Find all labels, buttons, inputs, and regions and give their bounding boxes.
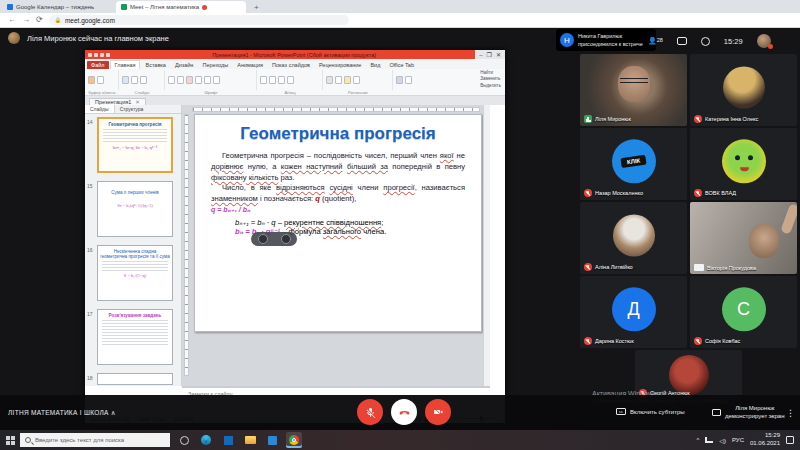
tile-alina[interactable]: Аліна Литвійко <box>580 202 687 274</box>
photos-icon[interactable] <box>264 432 280 448</box>
cortana-icon[interactable] <box>176 432 192 448</box>
drawing-group[interactable] <box>323 70 393 90</box>
paragraph-2: Число, в яке відрізняються сусідні члени… <box>211 183 465 205</box>
store-icon[interactable] <box>220 432 236 448</box>
participant-name: Софія Ковбас <box>705 338 740 344</box>
logo-text: КЛІК <box>620 155 646 168</box>
tile-lilia-mironyuk[interactable]: Ліля Миронюк <box>580 54 687 126</box>
chrome-icon[interactable] <box>286 432 302 448</box>
raised-arm <box>780 203 797 235</box>
tile-vovk[interactable]: ВОВК ВЛАД <box>690 128 797 200</box>
tile-sofia[interactable]: С Софія Ковбас <box>690 276 797 348</box>
document-tab[interactable]: Презентация1 ✕ <box>89 98 146 105</box>
close-button[interactable]: ✕ <box>496 51 501 58</box>
taskbar-search[interactable]: Введите здесь текст для поиска <box>20 433 170 447</box>
search-icon <box>25 437 31 443</box>
clipboard-group[interactable] <box>85 70 119 90</box>
styles-group[interactable] <box>393 70 453 90</box>
face <box>749 224 779 258</box>
paragraph-group[interactable] <box>257 70 323 90</box>
camera-off-icon <box>432 406 444 418</box>
chat-icon[interactable] <box>677 37 687 45</box>
ribbon-tab-view[interactable]: Вид <box>366 61 384 69</box>
mic-toggle-button[interactable] <box>357 399 383 425</box>
tab-label: Meet – Літня математика <box>130 4 199 10</box>
meet-bottom-bar: ЛІТНЯ МАТЕМАТИКА І ШКОЛА ∧ cc Включить с… <box>0 395 800 430</box>
reload-icon[interactable]: ⟳ <box>36 16 43 24</box>
hangup-button[interactable] <box>391 399 417 425</box>
slides-group[interactable] <box>119 70 165 90</box>
minimize-button[interactable]: – <box>479 52 482 58</box>
url-text: meet.google.com <box>65 17 115 24</box>
mic-off-icon <box>365 407 376 418</box>
tab-outline[interactable]: Структура <box>115 105 149 113</box>
back-icon[interactable]: ← <box>8 16 16 24</box>
tile-daryna[interactable]: Д Дарина Костюк <box>580 276 687 348</box>
tile-katerina[interactable]: Катерина Інна Олекс <box>690 54 797 126</box>
thumbnail-slide-15[interactable]: Сума n перших членів Sₙ = b₁(qⁿ−1)/(q−1) <box>97 181 173 237</box>
mic-off-badge <box>694 337 702 345</box>
address-bar[interactable]: 🔒 meet.google.com <box>49 15 349 25</box>
new-tab-button[interactable]: + <box>254 3 259 12</box>
camera-toggle-button[interactable] <box>425 399 451 425</box>
ribbon-tab-officetab[interactable]: Office Tab <box>385 61 418 69</box>
explorer-icon[interactable] <box>242 432 258 448</box>
ribbon-tab-home[interactable]: Главная <box>110 60 141 69</box>
account-avatar[interactable] <box>757 34 771 48</box>
vertical-ruler <box>184 114 189 376</box>
more-options-button[interactable]: ⋮ <box>786 408 795 418</box>
presenting-status: Ліля Миронюкдемонстрирует экран <box>712 404 784 421</box>
tile-nazar[interactable]: КЛІК Назар Москаленко <box>580 128 687 200</box>
action-center-icon[interactable] <box>786 436 794 444</box>
editor-scrollbar[interactable] <box>483 105 490 386</box>
clock: 15:29 <box>724 37 743 46</box>
slide-number: 16 <box>87 247 93 253</box>
activities-icon[interactable] <box>701 37 710 46</box>
horizontal-ruler <box>192 107 480 112</box>
overlay-mic-icon <box>258 234 268 244</box>
tray-caret-icon[interactable]: ^ <box>697 437 700 443</box>
ribbon-tab-review[interactable]: Рецензирование <box>315 61 365 69</box>
ribbon-tab-file[interactable]: Файл <box>87 61 109 69</box>
slide-number: 14 <box>87 119 93 125</box>
ribbon-tab-design[interactable]: Дизайн <box>171 61 198 69</box>
slide-body: Геометрична прогресія – послідовність чи… <box>211 151 465 205</box>
slide-canvas[interactable]: Геометрична прогресія Геометрична прогре… <box>194 114 482 332</box>
participant-name: ВОВК ВЛАД <box>705 190 736 196</box>
volume-icon[interactable]: ◁) <box>719 437 726 444</box>
hangup-icon <box>398 406 411 419</box>
thumbnail-slide-16[interactable]: Нескінченна спадна геометрична прогресія… <box>97 245 173 301</box>
quick-access-toolbar[interactable] <box>85 53 113 57</box>
mic-off-badge <box>584 337 592 345</box>
lock-icon: 🔒 <box>55 17 61 23</box>
browser-toolbar: ← → ⟳ 🔒 meet.google.com <box>0 13 800 28</box>
tab-slides[interactable]: Слайды <box>85 105 115 113</box>
ribbon-tab-slideshow[interactable]: Показ слайдов <box>268 61 314 69</box>
editing-group[interactable]: Найти Заменить Выделить <box>480 70 501 89</box>
ribbon-tabs: Файл Главная Вставка Дизайн Переходы Ани… <box>85 59 505 69</box>
start-button[interactable] <box>0 436 20 445</box>
restore-button[interactable]: ❐ <box>487 51 492 58</box>
office-tab-bar: Презентация1 ✕ <box>85 96 505 105</box>
edge-icon[interactable] <box>198 432 214 448</box>
ribbon-tab-animation[interactable]: Анимация <box>233 61 267 69</box>
thumbnail-slide-17[interactable]: Розв'язування завдань <box>97 309 173 365</box>
captions-button[interactable]: cc Включить субтитры <box>616 408 685 415</box>
forward-icon[interactable]: → <box>22 16 30 24</box>
browser-tab-meet[interactable]: Meet – Літня математика <box>116 1 246 13</box>
participants-icon[interactable]: 👤28 <box>648 37 663 45</box>
tile-viktoria[interactable]: Вікторія Прокудова <box>690 202 797 274</box>
toast-text: Никита Гаврилюкприсоединился к встрече <box>578 32 643 49</box>
meeting-name[interactable]: ЛІТНЯ МАТЕМАТИКА І ШКОЛА ∧ <box>8 409 116 417</box>
thumbnail-slide-14[interactable]: Геометрична прогресія bₙ₊₁ = bₙ·q; bₙ = … <box>97 117 173 173</box>
network-icon[interactable] <box>705 437 713 443</box>
thumbnail-slide-18[interactable] <box>97 373 173 385</box>
ribbon-tab-insert[interactable]: Вставка <box>141 61 169 69</box>
avatar <box>722 139 766 183</box>
captions-label: Включить субтитры <box>630 409 685 415</box>
language-indicator[interactable]: РУС <box>732 437 744 443</box>
font-group[interactable] <box>165 70 257 90</box>
ribbon-tab-transitions[interactable]: Переходы <box>198 61 232 69</box>
browser-tab-calendar[interactable]: Google Календар – тиждень <box>2 1 114 13</box>
taskbar-clock[interactable]: 15:2901.06.2021 <box>750 432 780 448</box>
